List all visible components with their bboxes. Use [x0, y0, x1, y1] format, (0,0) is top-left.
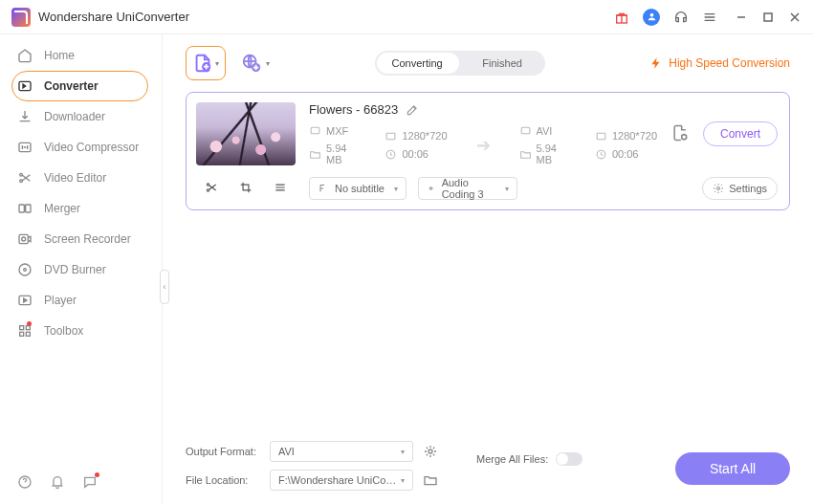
tab-converting[interactable]: Converting [375, 57, 460, 69]
format-icon [309, 124, 321, 137]
format-settings-icon[interactable] [423, 444, 438, 459]
download-icon [17, 109, 33, 124]
folder-icon [309, 148, 321, 161]
svg-point-30 [207, 188, 209, 190]
svg-rect-15 [26, 326, 30, 330]
svg-point-28 [682, 134, 687, 139]
high-speed-conversion-button[interactable]: High Speed Conversion [649, 56, 790, 70]
svg-rect-7 [19, 205, 24, 212]
svg-rect-22 [311, 127, 319, 134]
output-format-label: Output Format: [186, 446, 260, 457]
merge-toggle[interactable] [556, 452, 582, 466]
menu-icon[interactable] [702, 10, 717, 25]
resolution-icon [385, 130, 397, 142]
sidebar-item-label: Toolbox [44, 324, 83, 338]
chevron-down-icon: ▾ [401, 448, 405, 456]
output-settings-button[interactable] [670, 123, 690, 145]
svg-point-10 [22, 237, 26, 241]
home-icon [17, 48, 33, 63]
bolt-icon [649, 56, 663, 70]
app-title: Wondershare UniConverter [38, 10, 189, 24]
sidebar-item-player[interactable]: Player [0, 285, 162, 316]
gear-icon [713, 183, 724, 194]
gift-icon[interactable] [614, 10, 629, 25]
resolution-icon [595, 130, 607, 142]
help-icon[interactable] [17, 474, 33, 493]
sidebar-item-label: Video Compressor [44, 141, 139, 154]
main-panel: ▾ ▾ Converting Finished High Speed Conve… [163, 34, 813, 504]
window-maximize-button[interactable] [761, 11, 775, 24]
tab-switch: Converting Finished [375, 51, 545, 76]
user-avatar-icon[interactable] [643, 9, 660, 26]
play-icon [17, 293, 33, 308]
format-icon [519, 124, 532, 137]
window-close-button[interactable] [788, 11, 802, 24]
app-logo-icon [11, 8, 31, 27]
sidebar-item-home[interactable]: Home [0, 40, 162, 71]
tab-finished[interactable]: Finished [460, 57, 545, 69]
sidebar-item-label: Screen Recorder [44, 232, 131, 246]
start-all-button[interactable]: Start All [675, 452, 790, 485]
notification-dot-icon [27, 321, 32, 326]
chevron-down-icon: ▾ [401, 476, 405, 485]
chevron-down-icon: ▾ [215, 59, 219, 68]
disc-icon [17, 262, 33, 277]
video-thumbnail[interactable] [196, 102, 296, 165]
sidebar-item-label: Video Editor [44, 171, 106, 185]
file-card: Flowers - 66823 MXF 5.94 MB 1280*720 00:… [186, 92, 790, 210]
sidebar-item-dvd-burner[interactable]: DVD Burner [0, 254, 162, 285]
sidebar-item-label: Downloader [44, 110, 105, 123]
trim-icon[interactable] [205, 181, 218, 197]
headset-icon[interactable] [673, 10, 689, 25]
effects-icon[interactable] [274, 181, 287, 197]
folder-icon [519, 148, 532, 161]
add-file-button[interactable]: ▾ [186, 46, 226, 80]
sidebar-item-converter[interactable]: Converter [0, 71, 162, 101]
svg-rect-2 [764, 13, 772, 21]
sidebar-item-merger[interactable]: Merger [0, 193, 162, 224]
titlebar: Wondershare UniConverter [0, 0, 813, 34]
merge-icon [17, 201, 33, 216]
svg-point-32 [428, 449, 432, 453]
svg-point-5 [20, 173, 23, 176]
sidebar-item-label: DVD Burner [44, 263, 106, 276]
file-location-label: File Location: [186, 474, 260, 486]
output-format-select[interactable]: AVI ▾ [270, 441, 413, 462]
window-minimize-button[interactable] [735, 11, 748, 24]
file-location-select[interactable]: F:\Wondershare UniConverter ▾ [270, 470, 413, 491]
feedback-icon[interactable] [82, 474, 98, 493]
sidebar-item-toolbox[interactable]: Toolbox [0, 316, 162, 346]
edit-icon[interactable] [406, 103, 419, 117]
svg-rect-25 [521, 127, 530, 134]
svg-rect-9 [19, 234, 28, 243]
sidebar-item-video-editor[interactable]: Video Editor [0, 163, 162, 193]
subtitle-select[interactable]: No subtitle ▾ [309, 177, 406, 200]
convert-button[interactable]: Convert [703, 121, 778, 146]
file-settings-button[interactable]: Settings [702, 177, 778, 200]
svg-point-11 [19, 264, 31, 275]
sidebar-item-compressor[interactable]: Video Compressor [0, 132, 162, 163]
svg-rect-23 [387, 133, 396, 140]
sidebar-item-screen-recorder[interactable]: Screen Recorder [0, 224, 162, 254]
svg-rect-16 [20, 332, 24, 336]
audio-icon [427, 183, 436, 194]
svg-point-12 [24, 269, 27, 272]
svg-rect-17 [26, 332, 30, 336]
svg-point-1 [649, 13, 653, 17]
clock-icon [595, 148, 607, 161]
sidebar-item-label: Merger [44, 202, 80, 215]
add-file-icon [192, 53, 213, 74]
sidebar-item-downloader[interactable]: Downloader [0, 101, 162, 132]
svg-point-29 [207, 183, 209, 185]
svg-point-31 [717, 187, 720, 190]
audio-select[interactable]: Audio Coding 3 ▾ [418, 177, 517, 200]
bell-icon[interactable] [50, 474, 65, 493]
sidebar-item-label: Converter [44, 79, 99, 93]
add-url-button[interactable]: ▾ [241, 53, 270, 74]
sidebar-collapse-button[interactable]: ‹ [160, 270, 169, 304]
subtitle-icon [318, 183, 329, 194]
open-folder-icon[interactable] [423, 472, 438, 488]
chevron-down-icon: ▾ [266, 59, 270, 68]
crop-icon[interactable] [239, 181, 253, 197]
compress-icon [17, 140, 33, 155]
